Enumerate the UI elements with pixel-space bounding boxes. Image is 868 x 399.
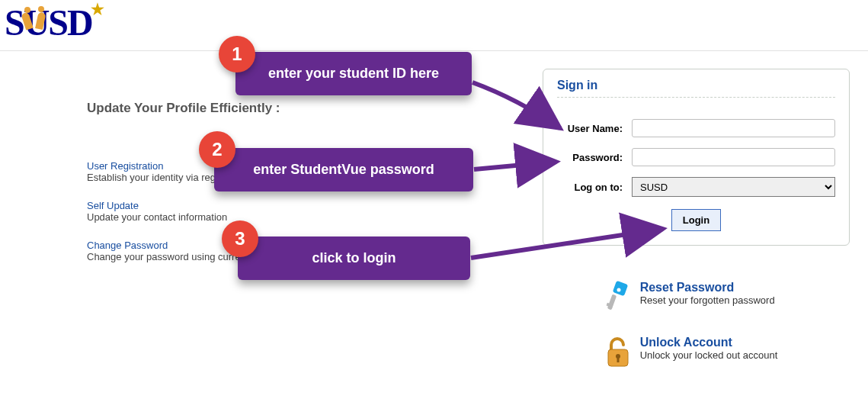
annotation-arrows: [0, 0, 868, 399]
